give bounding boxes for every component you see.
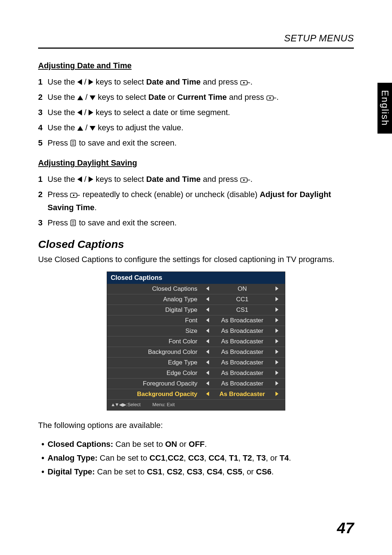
enter-icon	[240, 175, 250, 184]
list-item: 1Use the / keys to select Date and Time …	[38, 76, 354, 89]
osd-row-value: As Broadcaster	[216, 368, 269, 379]
left-arrow-icon	[206, 392, 209, 396]
right-arrow-icon	[275, 392, 278, 396]
table-row: Background ColorAs Broadcaster	[107, 347, 285, 358]
osd-row-label: Background Opacity	[107, 389, 200, 400]
left-arrow-icon	[206, 286, 209, 291]
right-arrow-icon	[275, 307, 278, 312]
page-header: SETUP MENUS	[38, 33, 354, 44]
table-row: Font ColorAs Broadcaster	[107, 336, 285, 347]
osd-row-label: Background Color	[107, 347, 200, 358]
osd-row-value: CC1	[216, 294, 269, 305]
list-item: Closed Captions: Can be set to ON or OFF…	[38, 437, 354, 451]
up-arrow-icon	[77, 126, 83, 131]
options-intro: The following options are available:	[38, 420, 354, 431]
list-item: 1Use the / keys to select Date and Time …	[38, 173, 354, 186]
list-item: 2Use the / keys to select Date or Curren…	[38, 91, 354, 104]
left-arrow-icon	[206, 318, 209, 322]
right-arrow-icon	[275, 371, 278, 375]
down-arrow-icon	[90, 95, 95, 100]
table-row: Edge ColorAs Broadcaster	[107, 368, 285, 379]
table-row: Digital TypeCS1	[107, 305, 285, 315]
enter-icon	[240, 77, 250, 86]
table-row: Foreground OpacityAs Broadcaster	[107, 379, 285, 389]
table-row: FontAs Broadcaster	[107, 315, 285, 326]
subheading-daylight: Adjusting Daylight Saving	[38, 158, 354, 168]
osd-row-value: As Broadcaster	[216, 358, 269, 368]
osd-row-label: Closed Captions	[107, 284, 200, 294]
left-arrow-icon	[206, 350, 209, 354]
left-arrow-icon	[77, 110, 82, 115]
steps-daylight: 1Use the / keys to select Date and Time …	[38, 173, 354, 229]
right-arrow-icon	[275, 297, 278, 301]
svg-point-1	[243, 82, 244, 83]
svg-point-14	[73, 195, 74, 196]
right-arrow-icon	[275, 350, 278, 354]
osd-footer: ▲▼ ◀ ▶ :Select Menu: Exit	[107, 399, 285, 410]
osd-row-value: As Broadcaster	[216, 326, 269, 336]
enter-icon	[266, 93, 277, 102]
list-item: 4Use the / keys to adjust the value.	[38, 121, 354, 134]
table-row: SizeAs Broadcaster	[107, 326, 285, 336]
list-item: 2Press repeatedly to check (enable) or u…	[38, 188, 354, 214]
page-number: 47	[337, 519, 354, 537]
right-arrow-icon	[89, 110, 93, 115]
left-arrow-icon	[206, 339, 209, 343]
osd-screenshot: Closed Captions Closed CaptionsONAnalog …	[107, 272, 285, 411]
down-arrow-icon	[90, 126, 95, 131]
language-label: English	[379, 90, 391, 126]
enter-icon	[70, 190, 80, 199]
table-row: Analog TypeCC1	[107, 294, 285, 305]
osd-row-label: Analog Type	[107, 294, 200, 305]
osd-row-value: As Broadcaster	[216, 379, 269, 389]
osd-row-value: As Broadcaster	[216, 389, 269, 400]
right-arrow-icon	[275, 286, 278, 291]
up-arrow-icon	[77, 95, 83, 100]
osd-row-label: Edge Type	[107, 358, 200, 368]
table-row: Edge TypeAs Broadcaster	[107, 358, 285, 368]
right-arrow-icon	[275, 360, 278, 364]
right-arrow-icon	[89, 176, 93, 182]
svg-point-4	[269, 97, 270, 99]
osd-row-label: Edge Color	[107, 368, 200, 379]
left-arrow-icon	[77, 176, 82, 182]
osd-row-label: Foreground Opacity	[107, 379, 200, 389]
osd-row-value: As Broadcaster	[216, 347, 269, 358]
right-arrow-icon	[89, 79, 93, 85]
right-arrow-icon	[275, 381, 278, 385]
header-rule	[38, 48, 354, 49]
language-tab: English	[377, 83, 392, 134]
left-arrow-icon	[206, 360, 209, 364]
osd-row-label: Digital Type	[107, 305, 200, 315]
osd-row-label: Size	[107, 326, 200, 336]
osd-row-label: Font Color	[107, 336, 200, 347]
osd-table: Closed CaptionsONAnalog TypeCC1Digital T…	[107, 284, 285, 399]
table-row: Background OpacityAs Broadcaster	[107, 389, 285, 400]
osd-row-value: ON	[216, 284, 269, 294]
options-list: Closed Captions: Can be set to ON or OFF…	[38, 437, 354, 479]
lead-text: Use Closed Captions to configure the set…	[38, 254, 354, 265]
section-closed-captions: Closed Captions	[38, 238, 354, 250]
list-item: 5Press to save and exit the screen.	[38, 136, 354, 150]
osd-title: Closed Captions	[107, 272, 285, 284]
svg-point-11	[243, 179, 244, 181]
list-item: Digital Type: Can be set to CS1, CS2, CS…	[38, 465, 354, 479]
menu-icon	[70, 218, 77, 227]
osd-row-value: As Broadcaster	[216, 336, 269, 347]
left-arrow-icon	[77, 79, 82, 85]
subheading-date-time: Adjusting Date and Time	[38, 61, 354, 70]
osd-row-value: CS1	[216, 305, 269, 315]
list-item: Analog Type: Can be set to CC1,CC2, CC3,…	[38, 451, 354, 465]
osd-row-value: As Broadcaster	[216, 315, 269, 326]
left-arrow-icon	[206, 381, 209, 385]
nav-arrows-icon: ▲▼ ◀ ▶	[111, 402, 126, 407]
list-item: 3Use the / keys to select a date or time…	[38, 106, 354, 119]
table-row: Closed CaptionsON	[107, 284, 285, 294]
left-arrow-icon	[206, 328, 209, 333]
osd-row-label: Font	[107, 315, 200, 326]
left-arrow-icon	[206, 297, 209, 301]
right-arrow-icon	[275, 328, 278, 333]
manual-page: SETUP MENUS English Adjusting Date and T…	[0, 0, 392, 555]
list-item: 3Press to save and exit the screen.	[38, 216, 354, 229]
steps-date-time: 1Use the / keys to select Date and Time …	[38, 76, 354, 150]
